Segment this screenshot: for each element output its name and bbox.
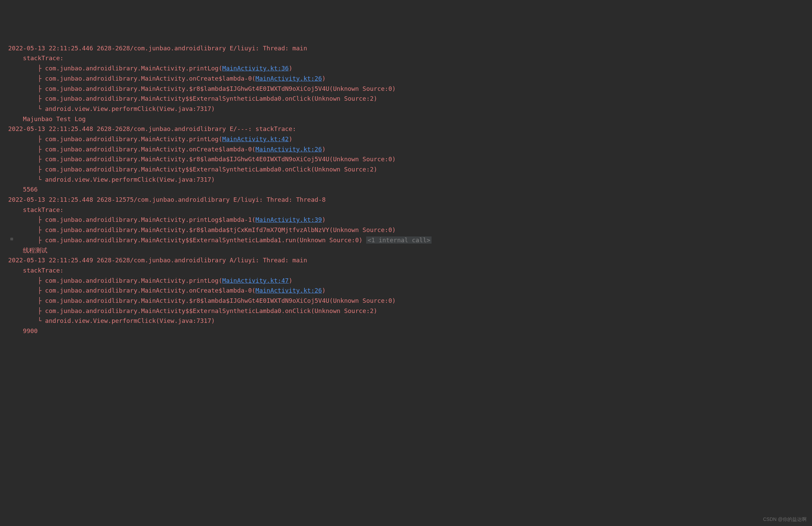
stack-frame-suffix: ) — [322, 146, 325, 153]
stack-frame-line: ├ com.junbao.androidlibrary.MainActivity… — [8, 144, 812, 154]
stack-frame-line: ├ com.junbao.androidlibrary.MainActivity… — [8, 154, 812, 164]
logcat-output: 2022-05-13 22:11:25.446 2628-2628/com.ju… — [0, 43, 812, 336]
log-header: 2022-05-13 22:11:25.446 2628-2628/com.ju… — [8, 45, 307, 52]
stack-frame-line: ├ com.junbao.androidlibrary.MainActivity… — [8, 63, 812, 74]
stacktrace-label-line: stackTrace: — [8, 53, 812, 63]
stack-frame-text: └ android.view.View.performClick(View.ja… — [8, 176, 215, 183]
log-header-line: 2022-05-13 22:11:25.446 2628-2628/com.ju… — [8, 43, 812, 54]
source-link[interactable]: MainActivity.kt:42 — [222, 135, 289, 142]
log-header-line: 2022-05-13 22:11:25.448 2628-2628/com.ju… — [8, 124, 812, 134]
stack-frame-line: ⊞ ├ com.junbao.androidlibrary.MainActivi… — [8, 235, 812, 245]
stack-frame-text: ├ com.junbao.androidlibrary.MainActivity… — [8, 307, 377, 314]
stack-frame-line: ├ com.junbao.androidlibrary.MainActivity… — [8, 285, 812, 296]
log-message-line: 线程测试 — [8, 245, 812, 256]
stack-frame-text: ├ com.junbao.androidlibrary.MainActivity… — [8, 95, 377, 102]
stack-frame-suffix: ) — [322, 216, 325, 223]
stack-frame-text: ├ com.junbao.androidlibrary.MainActivity… — [8, 146, 256, 153]
stack-frame-text: └ android.view.View.performClick(View.ja… — [8, 105, 215, 112]
stack-frame-suffix: ) — [322, 287, 325, 294]
stack-frame-line: ├ com.junbao.androidlibrary.MainActivity… — [8, 164, 812, 175]
stack-frame-line: ├ com.junbao.androidlibrary.MainActivity… — [8, 134, 812, 144]
log-message-line: 5566 — [8, 184, 812, 195]
stack-frame-line: ├ com.junbao.androidlibrary.MainActivity… — [8, 225, 812, 235]
stacktrace-label-line: stackTrace: — [8, 265, 812, 275]
source-link[interactable]: MainActivity.kt:47 — [222, 277, 289, 284]
stack-frame-text: ├ com.junbao.androidlibrary.MainActivity… — [8, 216, 256, 223]
stack-frame-suffix: ) — [322, 75, 325, 82]
stack-frame-text: └ android.view.View.performClick(View.ja… — [8, 317, 215, 324]
stack-frame-text: ├ com.junbao.androidlibrary.MainActivity… — [8, 85, 396, 92]
stack-frame-line: ├ com.junbao.androidlibrary.MainActivity… — [8, 84, 812, 94]
stacktrace-label: stackTrace: — [8, 55, 64, 62]
stack-frame-text: ├ com.junbao.androidlibrary.MainActivity… — [8, 65, 222, 72]
source-link[interactable]: MainActivity.kt:26 — [256, 146, 322, 153]
log-message: 9900 — [8, 327, 38, 334]
log-header: 2022-05-13 22:11:25.449 2628-2628/com.ju… — [8, 257, 307, 264]
stacktrace-label-line: stackTrace: — [8, 205, 812, 215]
stack-frame-line: ├ com.junbao.androidlibrary.MainActivity… — [8, 215, 812, 225]
stack-frame-text: ├ com.junbao.androidlibrary.MainActivity… — [8, 75, 256, 82]
stack-frame-text: ├ com.junbao.androidlibrary.MainActivity… — [8, 237, 366, 244]
stack-frame-text: ├ com.junbao.androidlibrary.MainActivity… — [8, 287, 256, 294]
stack-frame-text: ├ com.junbao.androidlibrary.MainActivity… — [8, 297, 396, 304]
stack-frame-line: ├ com.junbao.androidlibrary.MainActivity… — [8, 93, 812, 104]
log-message-line: Majunbao Test Log — [8, 114, 812, 124]
stack-frame-line: └ android.view.View.performClick(View.ja… — [8, 104, 812, 114]
log-message: 线程测试 — [8, 247, 47, 254]
source-link[interactable]: MainActivity.kt:39 — [256, 216, 322, 223]
source-link[interactable]: MainActivity.kt:26 — [256, 287, 322, 294]
stack-frame-text: ├ com.junbao.androidlibrary.MainActivity… — [8, 135, 222, 142]
source-link[interactable]: MainActivity.kt:26 — [256, 75, 322, 82]
stack-frame-line: └ android.view.View.performClick(View.ja… — [8, 316, 812, 326]
stack-frame-suffix: ) — [289, 65, 293, 72]
stacktrace-label: stackTrace: — [8, 206, 64, 213]
log-message-line: 9900 — [8, 326, 812, 336]
log-header-line: 2022-05-13 22:11:25.448 2628-12575/com.j… — [8, 195, 812, 205]
log-header: 2022-05-13 22:11:25.448 2628-2628/com.ju… — [8, 125, 296, 132]
internal-call-badge[interactable]: <1 internal call> — [366, 237, 432, 244]
log-message: 5566 — [8, 186, 38, 193]
stack-frame-line: ├ com.junbao.androidlibrary.MainActivity… — [8, 275, 812, 286]
stack-frame-line: ├ com.junbao.androidlibrary.MainActivity… — [8, 74, 812, 84]
stack-frame-text: ├ com.junbao.androidlibrary.MainActivity… — [8, 226, 396, 234]
stack-frame-line: └ android.view.View.performClick(View.ja… — [8, 175, 812, 185]
source-link[interactable]: MainActivity.kt:36 — [222, 65, 289, 72]
expand-icon[interactable]: ⊞ — [10, 235, 13, 243]
stack-frame-text: ├ com.junbao.androidlibrary.MainActivity… — [8, 155, 396, 163]
log-header: 2022-05-13 22:11:25.448 2628-12575/com.j… — [8, 196, 325, 203]
stack-frame-suffix: ) — [289, 277, 293, 284]
stacktrace-label: stackTrace: — [8, 267, 64, 274]
stack-frame-text: ├ com.junbao.androidlibrary.MainActivity… — [8, 166, 377, 173]
log-message: Majunbao Test Log — [8, 115, 86, 122]
stack-frame-suffix: ) — [289, 135, 293, 142]
stack-frame-line: ├ com.junbao.androidlibrary.MainActivity… — [8, 306, 812, 316]
log-header-line: 2022-05-13 22:11:25.449 2628-2628/com.ju… — [8, 255, 812, 265]
stack-frame-text: ├ com.junbao.androidlibrary.MainActivity… — [8, 277, 222, 284]
stack-frame-line: ├ com.junbao.androidlibrary.MainActivity… — [8, 296, 812, 306]
